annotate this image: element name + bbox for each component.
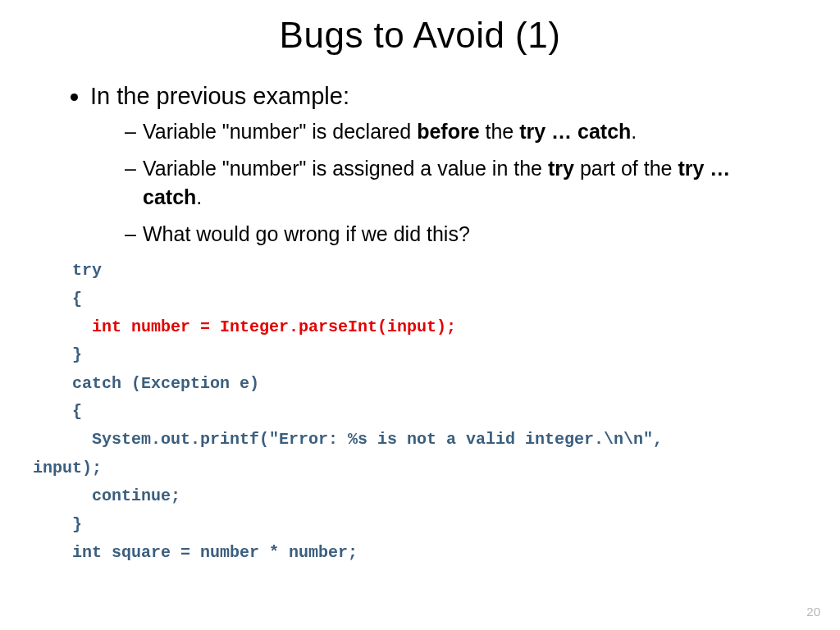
- code-line: {: [33, 402, 82, 421]
- text: .: [196, 185, 202, 208]
- bullet-list: In the previous example: Variable "numbe…: [57, 80, 783, 249]
- code-line: catch (Exception e): [33, 374, 259, 393]
- code-line: input);: [33, 459, 102, 477]
- code-line: try: [33, 261, 102, 280]
- text: .: [631, 120, 637, 143]
- text-bold: try … catch: [519, 120, 631, 143]
- code-line: System.out.printf("Error: %s is not a va…: [33, 430, 663, 449]
- bullet-item-1: In the previous example: Variable "numbe…: [90, 80, 783, 249]
- sub-bullet-list: Variable "number" is declared before the…: [90, 117, 783, 249]
- text: What would go wrong if we did this?: [143, 222, 470, 245]
- bullet-text: In the previous example:: [90, 83, 349, 109]
- text-bold: try: [548, 157, 574, 180]
- code-line-red: int number = Integer.parseInt(input);: [92, 317, 456, 336]
- code-pad: [33, 317, 92, 336]
- code-block: try { int number = Integer.parseInt(inpu…: [33, 257, 783, 567]
- code-line: }: [33, 515, 82, 534]
- slide-body: In the previous example: Variable "numbe…: [0, 56, 840, 567]
- code-line: }: [33, 345, 82, 364]
- code-line: {: [33, 290, 82, 308]
- sub-bullet-1: Variable "number" is declared before the…: [125, 117, 783, 146]
- slide: Bugs to Avoid (1) In the previous exampl…: [0, 0, 840, 630]
- page-number: 20: [806, 605, 820, 619]
- text-bold: before: [417, 120, 479, 143]
- text: Variable "number" is assigned a value in…: [143, 157, 548, 180]
- code-line: continue;: [33, 486, 180, 505]
- sub-bullet-2: Variable "number" is assigned a value in…: [125, 154, 783, 212]
- text: part of the: [574, 157, 678, 180]
- slide-title: Bugs to Avoid (1): [0, 0, 840, 56]
- text: the: [480, 120, 520, 143]
- sub-bullet-3: What would go wrong if we did this?: [125, 220, 783, 249]
- text: Variable "number" is declared: [143, 120, 417, 143]
- code-line: int square = number * number;: [33, 543, 358, 562]
